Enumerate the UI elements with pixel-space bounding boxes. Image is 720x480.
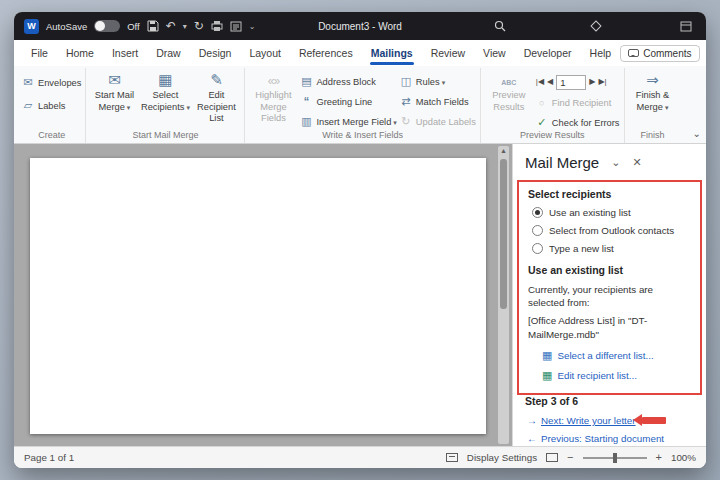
radio-outlook-contacts[interactable]	[532, 225, 543, 236]
collapse-ribbon-chevron-icon[interactable]: ⌄	[693, 128, 701, 139]
tab-developer[interactable]: Developer	[515, 40, 581, 66]
scrollbar-thumb[interactable]	[500, 159, 507, 309]
edit-recipient-line2: Recipient List	[192, 102, 240, 124]
finish-line1: Finish &	[636, 90, 670, 101]
previous-record-button[interactable]: ◀	[547, 78, 553, 86]
greeting-line-icon	[300, 96, 312, 107]
insert-merge-field-button[interactable]: Insert Merge Field	[300, 114, 396, 129]
tab-mailings[interactable]: Mailings	[362, 40, 422, 66]
quick-access-chevron-icon[interactable]: ⌄	[249, 22, 256, 31]
preview-line2: Results	[493, 102, 524, 113]
find-recipient-button[interactable]: Find Recipient	[536, 95, 620, 110]
document-canvas: ▲	[14, 144, 512, 446]
match-fields-icon	[400, 96, 412, 107]
match-fields-button[interactable]: Match Fields	[400, 94, 476, 109]
envelopes-button[interactable]: Envelopes	[22, 75, 81, 90]
ribbon-tab-row: File Home Insert Draw Design Layout Refe…	[14, 40, 706, 66]
tab-design[interactable]: Design	[190, 40, 241, 66]
print-icon[interactable]	[211, 21, 223, 32]
update-labels-label: Update Labels	[416, 117, 476, 127]
tab-view[interactable]: View	[474, 40, 515, 66]
labels-button[interactable]: Labels	[22, 98, 81, 113]
highlight-line2: Merge Fields	[249, 102, 297, 124]
edit-list-link-label: Edit recipient list...	[557, 370, 637, 381]
abc-preview-icon: ABC	[501, 79, 516, 86]
preview-results-button[interactable]: ABC Preview Results	[485, 68, 533, 113]
tab-home[interactable]: Home	[57, 40, 103, 66]
search-area[interactable]	[494, 12, 506, 40]
word-app-icon[interactable]: W	[24, 19, 39, 34]
finish-merge-button[interactable]: Finish & Merge	[629, 68, 677, 113]
address-block-button[interactable]: Address Block	[300, 74, 396, 89]
tab-draw[interactable]: Draw	[147, 40, 190, 66]
tab-layout[interactable]: Layout	[240, 40, 290, 66]
labels-label: Labels	[38, 101, 65, 111]
edit-recipient-list-link[interactable]: ▦ Edit recipient list...	[542, 370, 691, 381]
comments-button[interactable]: Comments	[620, 45, 699, 62]
select-recipients-button[interactable]: Select Recipients	[141, 68, 189, 113]
scroll-up-arrow-icon[interactable]: ▲	[498, 147, 509, 154]
presence-diamond-icon[interactable]	[590, 20, 601, 31]
highlight-merge-fields-button[interactable]: Highlight Merge Fields	[249, 68, 297, 124]
last-record-button[interactable]: ▶|	[598, 78, 606, 86]
option-existing-list[interactable]: Use an existing list	[532, 207, 691, 218]
record-number-input[interactable]	[556, 75, 586, 90]
option-new-list[interactable]: Type a new list	[532, 243, 691, 254]
toggle-knob	[95, 21, 105, 31]
update-labels-button[interactable]: Update Labels	[400, 114, 476, 129]
highlight-fields-icon	[268, 72, 279, 89]
zoom-slider-thumb[interactable]	[613, 453, 617, 463]
edit-recipient-list-button[interactable]: Edit Recipient List	[192, 68, 240, 124]
check-for-errors-button[interactable]: Check for Errors	[536, 115, 620, 130]
group-label-finish: Finish	[629, 130, 677, 143]
undo-icon[interactable]: ↶	[166, 20, 176, 32]
save-icon[interactable]	[147, 20, 159, 32]
group-label-start-mail-merge: Start Mail Merge	[90, 130, 240, 143]
merge-field-icon	[300, 116, 312, 127]
rules-icon	[400, 76, 412, 87]
label-tag-icon	[22, 100, 34, 111]
vertical-scrollbar[interactable]: ▲	[498, 146, 509, 444]
undo-caret-icon[interactable]: ▾	[183, 22, 187, 31]
document-page[interactable]	[30, 158, 486, 434]
greeting-line-button[interactable]: Greeting Line	[300, 94, 396, 109]
page-indicator[interactable]: Page 1 of 1	[24, 452, 74, 463]
pane-close-icon[interactable]: ✕	[632, 156, 641, 169]
pane-chevron-down-icon[interactable]: ⌄	[611, 156, 620, 169]
greeting-line-label: Greeting Line	[316, 97, 372, 107]
option-outlook-contacts[interactable]: Select from Outlook contacts	[532, 225, 691, 236]
rules-button[interactable]: Rules	[400, 74, 476, 89]
step-indicator: Step 3 of 6	[525, 395, 694, 407]
autosave-toggle[interactable]	[94, 20, 120, 32]
tab-file[interactable]: File	[22, 40, 57, 66]
group-label-write-insert: Write & Insert Fields	[249, 130, 475, 143]
tab-review[interactable]: Review	[422, 40, 474, 66]
select-different-list-link[interactable]: ▦ Select a different list...	[542, 350, 691, 361]
first-record-button[interactable]: |◀	[536, 78, 544, 86]
previous-step-link[interactable]: ← Previous: Starting document	[527, 433, 694, 444]
next-record-button[interactable]: ▶	[589, 78, 595, 86]
tab-references[interactable]: References	[290, 40, 362, 66]
group-preview-results: ABC Preview Results |◀ ◀ ▶ ▶| Find Recip…	[481, 68, 625, 143]
focus-mode-icon[interactable]	[546, 453, 558, 462]
previous-arrow-icon: ←	[527, 433, 537, 444]
redo-icon[interactable]: ↻	[194, 20, 204, 32]
editor-icon[interactable]	[230, 21, 242, 32]
search-icon[interactable]	[494, 20, 506, 32]
comment-bubble-icon	[628, 49, 639, 57]
start-mail-merge-line2: Merge	[98, 102, 130, 113]
radio-existing-list[interactable]	[532, 207, 543, 218]
tab-help[interactable]: Help	[581, 40, 621, 66]
group-start-mail-merge: Start Mail Merge Select Recipients Edit …	[86, 68, 245, 143]
word-window: W AutoSave Off ↶▾ ↻ ⌄ Document3 - Word F…	[14, 12, 706, 468]
autosave-state: Off	[127, 21, 140, 32]
radio-new-list[interactable]	[532, 243, 543, 254]
tab-insert[interactable]: Insert	[103, 40, 147, 66]
ribbon-display-icon[interactable]	[680, 21, 692, 32]
pane-title: Mail Merge	[525, 154, 599, 171]
group-label-preview-results: Preview Results	[485, 130, 620, 143]
zoom-slider[interactable]	[583, 457, 647, 459]
next-step-link[interactable]: → Next: Write your letter	[527, 415, 694, 426]
start-mail-merge-button[interactable]: Start Mail Merge	[90, 68, 138, 113]
rules-label: Rules	[416, 77, 445, 87]
